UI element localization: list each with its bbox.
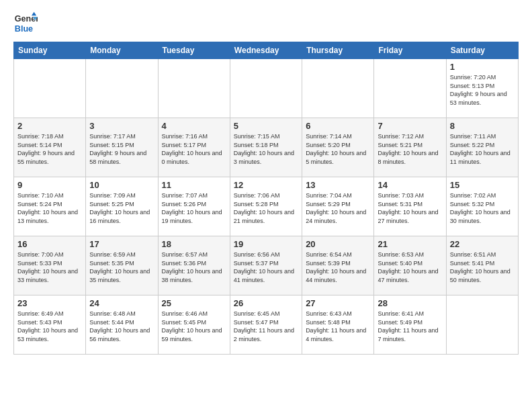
day-detail: Sunrise: 6:57 AM Sunset: 5:36 PM Dayligh… (162, 250, 226, 284)
day-detail: Sunrise: 6:46 AM Sunset: 5:45 PM Dayligh… (162, 310, 226, 343)
calendar-cell (302, 59, 374, 118)
day-detail: Sunrise: 7:18 AM Sunset: 5:14 PM Dayligh… (17, 132, 82, 166)
day-number: 2 (17, 121, 82, 131)
day-detail: Sunrise: 6:51 AM Sunset: 5:41 PM Dayligh… (450, 250, 515, 284)
calendar-cell: 23Sunrise: 6:49 AM Sunset: 5:43 PM Dayli… (14, 295, 86, 355)
day-detail: Sunrise: 7:03 AM Sunset: 5:31 PM Dayligh… (378, 191, 442, 225)
day-detail: Sunrise: 6:48 AM Sunset: 5:44 PM Dayligh… (89, 310, 154, 343)
day-number: 27 (306, 298, 370, 308)
calendar-cell: 24Sunrise: 6:48 AM Sunset: 5:44 PM Dayli… (86, 295, 158, 355)
week-row-1: 2Sunrise: 7:18 AM Sunset: 5:14 PM Daylig… (14, 118, 519, 177)
calendar-cell: 26Sunrise: 6:45 AM Sunset: 5:47 PM Dayli… (230, 295, 302, 355)
day-number: 22 (450, 239, 515, 249)
day-number: 20 (306, 239, 370, 249)
day-number: 1 (450, 62, 515, 72)
logo-icon: General Blue (13, 11, 38, 35)
calendar-cell: 7Sunrise: 7:12 AM Sunset: 5:21 PM Daylig… (374, 118, 446, 177)
day-number: 13 (306, 180, 370, 190)
day-detail: Sunrise: 7:04 AM Sunset: 5:29 PM Dayligh… (306, 191, 370, 225)
week-row-4: 23Sunrise: 6:49 AM Sunset: 5:43 PM Dayli… (14, 295, 519, 355)
day-detail: Sunrise: 7:10 AM Sunset: 5:24 PM Dayligh… (17, 191, 82, 225)
weekday-header-saturday: Saturday (446, 42, 518, 59)
calendar-cell: 3Sunrise: 7:17 AM Sunset: 5:15 PM Daylig… (86, 118, 158, 177)
calendar-cell (14, 59, 86, 118)
calendar-cell (230, 59, 302, 118)
day-detail: Sunrise: 7:09 AM Sunset: 5:25 PM Dayligh… (89, 191, 154, 225)
calendar-cell: 28Sunrise: 6:41 AM Sunset: 5:49 PM Dayli… (374, 295, 446, 355)
weekday-header-monday: Monday (86, 42, 158, 59)
day-number: 5 (234, 121, 298, 131)
week-row-2: 9Sunrise: 7:10 AM Sunset: 5:24 PM Daylig… (14, 177, 519, 236)
calendar-table: SundayMondayTuesdayWednesdayThursdayFrid… (13, 42, 519, 355)
day-number: 12 (234, 180, 298, 190)
calendar-cell: 21Sunrise: 6:53 AM Sunset: 5:40 PM Dayli… (374, 236, 446, 295)
day-number: 15 (450, 180, 515, 190)
day-number: 10 (89, 180, 154, 190)
calendar-cell: 10Sunrise: 7:09 AM Sunset: 5:25 PM Dayli… (86, 177, 158, 236)
day-detail: Sunrise: 7:12 AM Sunset: 5:21 PM Dayligh… (378, 132, 442, 166)
calendar-cell: 13Sunrise: 7:04 AM Sunset: 5:29 PM Dayli… (302, 177, 374, 236)
calendar-cell: 15Sunrise: 7:02 AM Sunset: 5:32 PM Dayli… (446, 177, 518, 236)
calendar-cell: 27Sunrise: 6:43 AM Sunset: 5:48 PM Dayli… (302, 295, 374, 355)
day-number: 9 (17, 180, 82, 190)
logo: General Blue (13, 11, 38, 35)
week-row-3: 16Sunrise: 7:00 AM Sunset: 5:33 PM Dayli… (14, 236, 519, 295)
day-detail: Sunrise: 6:54 AM Sunset: 5:39 PM Dayligh… (306, 250, 370, 284)
day-number: 8 (450, 121, 515, 131)
day-number: 25 (162, 298, 226, 308)
calendar-cell: 4Sunrise: 7:16 AM Sunset: 5:17 PM Daylig… (158, 118, 230, 177)
day-detail: Sunrise: 7:07 AM Sunset: 5:26 PM Dayligh… (162, 191, 226, 225)
weekday-header-thursday: Thursday (302, 42, 374, 59)
day-number: 4 (162, 121, 226, 131)
weekday-header-wednesday: Wednesday (230, 42, 302, 59)
calendar-cell (446, 295, 518, 355)
day-number: 18 (162, 239, 226, 249)
calendar-cell: 6Sunrise: 7:14 AM Sunset: 5:20 PM Daylig… (302, 118, 374, 177)
day-detail: Sunrise: 7:11 AM Sunset: 5:22 PM Dayligh… (450, 132, 515, 166)
calendar-cell: 1Sunrise: 7:20 AM Sunset: 5:13 PM Daylig… (446, 59, 518, 118)
calendar-cell: 11Sunrise: 7:07 AM Sunset: 5:26 PM Dayli… (158, 177, 230, 236)
calendar-cell: 14Sunrise: 7:03 AM Sunset: 5:31 PM Dayli… (374, 177, 446, 236)
weekday-header-sunday: Sunday (14, 42, 86, 59)
svg-text:Blue: Blue (15, 24, 33, 34)
calendar-cell: 19Sunrise: 6:56 AM Sunset: 5:37 PM Dayli… (230, 236, 302, 295)
day-number: 17 (89, 239, 154, 249)
day-detail: Sunrise: 6:43 AM Sunset: 5:48 PM Dayligh… (306, 310, 370, 343)
day-detail: Sunrise: 6:56 AM Sunset: 5:37 PM Dayligh… (234, 250, 298, 284)
calendar-cell: 16Sunrise: 7:00 AM Sunset: 5:33 PM Dayli… (14, 236, 86, 295)
weekday-header-tuesday: Tuesday (158, 42, 230, 59)
header: General Blue (13, 11, 519, 35)
day-detail: Sunrise: 7:15 AM Sunset: 5:18 PM Dayligh… (234, 132, 298, 166)
page: General Blue SundayMondayTuesdayWednesda… (0, 0, 532, 365)
calendar-cell (158, 59, 230, 118)
day-number: 24 (89, 298, 154, 308)
day-number: 28 (378, 298, 442, 308)
calendar-cell (374, 59, 446, 118)
calendar-cell: 12Sunrise: 7:06 AM Sunset: 5:28 PM Dayli… (230, 177, 302, 236)
calendar-cell: 8Sunrise: 7:11 AM Sunset: 5:22 PM Daylig… (446, 118, 518, 177)
day-detail: Sunrise: 6:49 AM Sunset: 5:43 PM Dayligh… (17, 310, 82, 343)
day-number: 23 (17, 298, 82, 308)
day-number: 26 (234, 298, 298, 308)
day-detail: Sunrise: 7:02 AM Sunset: 5:32 PM Dayligh… (450, 191, 515, 225)
day-number: 7 (378, 121, 442, 131)
day-detail: Sunrise: 7:16 AM Sunset: 5:17 PM Dayligh… (162, 132, 226, 166)
calendar-cell: 22Sunrise: 6:51 AM Sunset: 5:41 PM Dayli… (446, 236, 518, 295)
day-number: 14 (378, 180, 442, 190)
day-detail: Sunrise: 6:45 AM Sunset: 5:47 PM Dayligh… (234, 310, 298, 343)
calendar-cell: 25Sunrise: 6:46 AM Sunset: 5:45 PM Dayli… (158, 295, 230, 355)
day-detail: Sunrise: 6:59 AM Sunset: 5:35 PM Dayligh… (89, 250, 154, 284)
day-detail: Sunrise: 7:06 AM Sunset: 5:28 PM Dayligh… (234, 191, 298, 225)
calendar-cell: 2Sunrise: 7:18 AM Sunset: 5:14 PM Daylig… (14, 118, 86, 177)
calendar-cell: 9Sunrise: 7:10 AM Sunset: 5:24 PM Daylig… (14, 177, 86, 236)
day-detail: Sunrise: 6:41 AM Sunset: 5:49 PM Dayligh… (378, 310, 442, 343)
day-number: 21 (378, 239, 442, 249)
svg-text:General: General (15, 14, 38, 24)
day-detail: Sunrise: 6:53 AM Sunset: 5:40 PM Dayligh… (378, 250, 442, 284)
day-detail: Sunrise: 7:17 AM Sunset: 5:15 PM Dayligh… (89, 132, 154, 166)
day-detail: Sunrise: 7:20 AM Sunset: 5:13 PM Dayligh… (450, 73, 515, 107)
day-number: 16 (17, 239, 82, 249)
day-detail: Sunrise: 7:14 AM Sunset: 5:20 PM Dayligh… (306, 132, 370, 166)
calendar-cell: 17Sunrise: 6:59 AM Sunset: 5:35 PM Dayli… (86, 236, 158, 295)
day-number: 6 (306, 121, 370, 131)
